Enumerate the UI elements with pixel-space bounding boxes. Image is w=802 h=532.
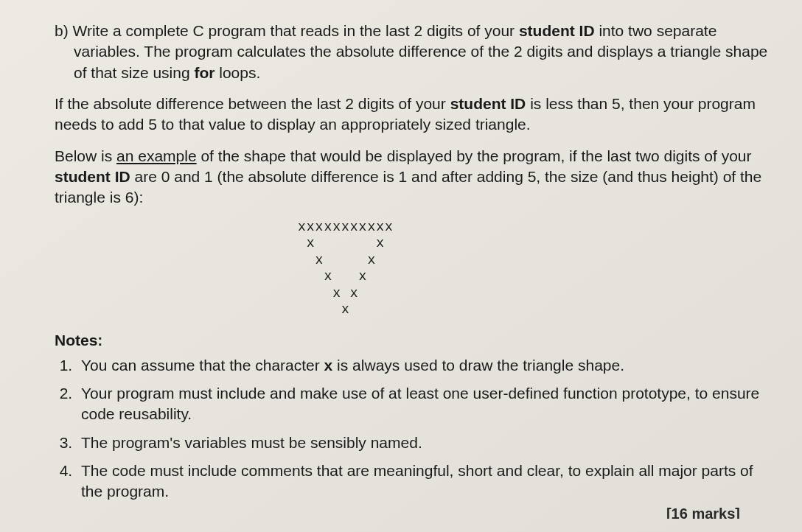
text-segment: You can assume that the character	[81, 357, 324, 374]
text-segment: are 0 and 1 (the absolute difference is …	[55, 168, 761, 206]
bold-text: x	[324, 357, 333, 374]
note-item: Your program must include and make use o…	[77, 383, 770, 425]
notes-list: You can assume that the character x is a…	[55, 355, 770, 503]
text-segment: is always used to draw the triangle shap…	[332, 357, 624, 374]
text-segment: Your program must include and make use o…	[81, 385, 759, 422]
notes-heading-text: Notes:	[55, 332, 102, 349]
question-label: b)	[55, 22, 69, 39]
bold-text: student ID	[55, 168, 130, 185]
text-segment: Write a complete C program that reads in…	[69, 22, 519, 39]
marks-label: [16 marks]	[32, 505, 770, 519]
text-segment: The code must include comments that are …	[81, 462, 753, 500]
note-item: The code must include comments that are …	[77, 461, 770, 503]
question-paragraph-2: If the absolute difference between the l…	[32, 94, 770, 136]
bold-text: for	[194, 64, 215, 81]
note-item: You can assume that the character x is a…	[77, 355, 770, 376]
text-segment: If the absolute difference between the l…	[55, 95, 450, 112]
text-segment: loops.	[215, 64, 260, 81]
bold-text: student ID	[519, 22, 595, 39]
document-page: b) Write a complete C program that reads…	[0, 0, 802, 532]
question-paragraph-3: Below is an example of the shape that wo…	[32, 146, 770, 209]
bold-text: student ID	[450, 95, 526, 112]
text-segment: Below is	[55, 147, 116, 164]
text-segment: The program's variables must be sensibly…	[81, 434, 422, 451]
text-segment: of the shape that would be displayed by …	[197, 147, 752, 164]
question-paragraph-1: b) Write a complete C program that reads…	[32, 21, 770, 83]
note-item: The program's variables must be sensibly…	[77, 433, 770, 453]
underlined-text: an example	[116, 147, 197, 164]
triangle-output: xxxxxxxxxxx x x x x x x x x x	[32, 219, 770, 318]
notes-heading: Notes:	[32, 332, 770, 349]
